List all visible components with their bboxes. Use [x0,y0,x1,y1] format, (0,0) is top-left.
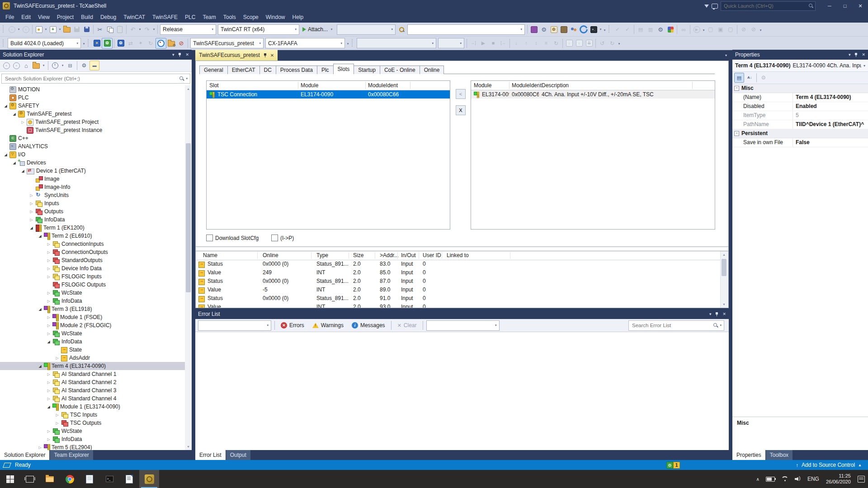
table-row[interactable]: TSC ConnectionEL3174-00900x00080C66 [207,90,450,99]
expander-closed-icon[interactable]: ▷ [45,267,52,271]
categorized-icon[interactable]: ▤ [734,73,744,83]
menu-tools[interactable]: Tools [220,12,240,23]
restart-icon[interactable]: ↻ [551,38,561,48]
tree-item[interactable]: ◢Devices [0,159,192,167]
pin-icon[interactable] [178,52,182,57]
download-icon[interactable]: ↓ [564,38,574,48]
expander-closed-icon[interactable]: ▷ [45,275,52,279]
errors-button[interactable]: ✕Errors [277,320,308,330]
collapse-icon[interactable]: − [734,86,739,91]
vs-properties-icon[interactable] [529,24,539,34]
property-category[interactable]: −Persistent [732,129,868,138]
scroll-up-icon[interactable]: ▲ [185,85,192,92]
wand-icon[interactable]: ✶ [136,38,146,48]
tree-item[interactable]: ▷TSC Inputs [0,411,192,419]
nav-back-icon[interactable]: ‹ [7,24,17,34]
column-separator[interactable] [419,252,419,259]
column-separator[interactable] [442,252,442,259]
remove-module-button[interactable]: X [456,105,466,115]
page-tab-general[interactable]: General [199,66,228,74]
download3-icon[interactable]: ⇊ [584,38,594,48]
refresh-circle-icon[interactable]: ↻ [146,38,156,48]
twincat-ring-icon[interactable] [579,24,589,34]
scroll-down-icon[interactable]: ▼ [185,443,192,450]
grid-column-linkedto[interactable]: Linked to [447,251,469,260]
activate-config-icon[interactable]: ✦ [92,38,102,48]
menu-build[interactable]: Build [77,12,97,23]
platform-combo[interactable]: TwinCAT RT (x64)▾ [218,24,299,35]
property-value[interactable]: False [793,138,868,147]
property-row[interactable]: ItemType5 [732,111,868,120]
window-position-icon[interactable]: ▾ [709,312,712,316]
page-tab-process-data[interactable]: Process Data [276,66,317,74]
test-flask2-icon[interactable]: ⊘ [749,24,759,34]
chevron-down-icon[interactable]: ▾ [432,42,434,45]
chevron-down-icon[interactable]: ▾ [152,24,156,34]
grid-row[interactable]: Value249INT2.085.0Input0 [196,268,721,277]
tree-item[interactable]: ▷InfoData [0,435,192,443]
grid-column-online[interactable]: Online [263,251,278,260]
folder-gear-icon[interactable] [166,38,176,48]
clear-button[interactable]: ✕Clear [394,320,420,330]
se-back-icon[interactable]: ‹ [2,61,11,70]
action-center-icon[interactable] [854,470,868,488]
expander-open-icon[interactable]: ◢ [36,307,44,311]
pin-icon[interactable] [715,312,719,317]
grid-row[interactable]: Status0x0000 (0)Status_891...2.087.0Inpu… [196,277,721,286]
property-category[interactable]: −Misc [732,84,868,93]
expander-closed-icon[interactable]: ▷ [45,299,52,303]
messages-button[interactable]: iMessages [348,320,389,330]
attach-button[interactable]: Attach...▾ [300,24,336,34]
expander-closed-icon[interactable]: ▷ [28,210,35,214]
loop2-icon[interactable]: ↻ [607,38,617,48]
tree-item[interactable]: Image-Info [0,183,192,191]
iop-checkbox[interactable] [271,235,278,241]
close-button[interactable]: ✕ [853,0,868,12]
expander-open-icon[interactable]: ◢ [19,169,27,173]
chevron-down-icon[interactable]: ▾ [212,28,213,31]
play-icon[interactable]: ▶ [478,38,488,48]
chevron-down-icon[interactable]: ▾ [495,324,497,327]
tree-item[interactable]: ◢InfoData [0,338,192,346]
move-module-button[interactable]: < [456,89,466,99]
glasses-icon[interactable]: ∞ [679,24,689,34]
sync-arrows-icon[interactable]: ⇄ [126,38,136,48]
tree-item[interactable]: State [0,346,192,354]
tree-item[interactable]: ◢TwinSAFE_pretest [0,110,192,118]
build-combo[interactable]: Build 4024.0 (Loaded)▾ [8,38,81,48]
solution-search-input[interactable] [4,75,179,82]
grid-row[interactable]: Status0x0000 (0)Status_891...2.091.0Inpu… [196,294,721,303]
tree-item[interactable]: ▷Inputs [0,199,192,207]
expander-open-icon[interactable]: ◢ [10,161,18,165]
document-list-dropdown-icon[interactable]: ▾ [725,53,727,57]
menu-plc[interactable]: PLC [181,12,199,23]
column-separator[interactable] [510,252,510,259]
step-out-icon[interactable]: ↕ [531,38,541,48]
toolbox-icon[interactable] [559,24,569,34]
expander-closed-icon[interactable]: ▷ [45,258,52,263]
tree-item[interactable]: ◢I/O [0,150,187,159]
tree-item[interactable]: ▷AI Standard Channel 3 [0,386,192,394]
safety-verify-icon[interactable]: ⊘ [176,38,186,48]
xae-base-icon[interactable] [665,24,675,34]
menu-window[interactable]: Window [262,12,289,23]
scroll-thumb[interactable] [722,259,726,276]
maximize-button[interactable]: □ [837,0,853,12]
se-preview-icon[interactable]: ▬ [90,61,99,70]
tree-item[interactable]: ▷TwinSAFE_pretest Project [0,118,192,126]
scroll-up-icon[interactable]: ▲ [721,251,727,258]
grid-column-name[interactable]: Name [203,251,217,260]
close-panel-icon[interactable]: ✕ [185,52,189,57]
save-all-icon[interactable] [82,24,92,34]
chevron-down-icon[interactable]: ▾ [259,42,261,45]
se-sync-icon[interactable]: ⊟ [66,61,75,70]
window-frame3-icon[interactable]: ▢ [726,24,736,34]
tree-item[interactable]: FSLOGIC Outputs [0,281,192,289]
quick-launch-input[interactable] [723,3,809,9]
page-tab-ethercat[interactable]: EtherCAT [227,66,260,74]
close-tab-icon[interactable]: ✕ [270,53,274,58]
feedback-icon[interactable] [712,4,718,9]
tree-item[interactable]: ◢Device 1 (EtherCAT) [0,167,192,175]
expander-closed-icon[interactable]: ▷ [45,437,52,441]
chevron-down-icon[interactable]: ▾ [720,324,722,327]
